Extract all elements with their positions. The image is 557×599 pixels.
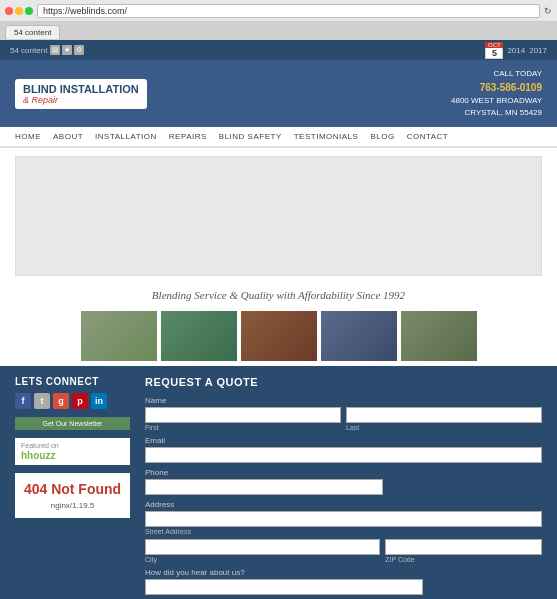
year-display-right: 2017 (529, 46, 547, 55)
email-input[interactable] (145, 447, 542, 463)
top-bar-right: OCT 5 2014 2017 (485, 42, 547, 59)
city-sublabel: City (145, 556, 380, 563)
houzz-featured-label: Featured on (21, 442, 59, 449)
top-bar-left: 54 content ▤ ★ ⚙ (10, 45, 84, 55)
zip-input[interactable] (385, 539, 542, 555)
site-header: BLIND INSTALLATION & Repair CALL TODAY 7… (0, 60, 557, 127)
street-address-sublabel: Street Address (145, 528, 542, 535)
quote-form-title: REQUEST A QUOTE (145, 376, 542, 388)
close-window-btn[interactable] (5, 7, 13, 15)
city-input[interactable] (145, 539, 380, 555)
name-row-inline: First Last (145, 407, 542, 431)
browser-action-icons: ↻ (544, 6, 552, 16)
logo-sub-text: & Repair (23, 95, 139, 105)
top-utility-bar: 54 content ▤ ★ ⚙ OCT 5 2014 2017 (0, 40, 557, 60)
phone-input[interactable] (145, 479, 383, 495)
nav-installation[interactable]: INSTALLATION (95, 132, 157, 141)
calendar-widget: OCT 5 (485, 42, 503, 59)
header-contact: CALL TODAY 763-586-0109 4800 WEST BROADW… (451, 68, 542, 119)
name-label: Name (145, 396, 542, 405)
year-display-left: 2014 (507, 46, 525, 55)
quote-form-column: REQUEST A QUOTE Name First Last Email (145, 376, 542, 599)
last-name-sublabel: Last (346, 424, 542, 431)
phone-number: 763-586-0109 (451, 80, 542, 95)
linkedin-icon[interactable]: in (91, 393, 107, 409)
form-row-address: Address Street Address City ZIP Code (145, 500, 542, 563)
tagline: Blending Service & Quality with Affordab… (0, 284, 557, 306)
facebook-icon[interactable]: f (15, 393, 31, 409)
gallery-thumb-2[interactable] (161, 311, 237, 361)
cal-day: 5 (485, 48, 503, 59)
main-navigation: HOME ABOUT INSTALLATION REPAIRS BLIND SA… (0, 127, 557, 148)
banner-image (15, 156, 542, 276)
houzz-name-text: houzz (27, 450, 55, 461)
header-address: 4800 WEST BROADWAY (451, 95, 542, 107)
maximize-window-btn[interactable] (25, 7, 33, 15)
not-found-label: Not Found (51, 481, 121, 497)
minimize-window-btn[interactable] (15, 7, 23, 15)
logo-main-text: BLIND INSTALLATION (23, 83, 139, 95)
nav-contact[interactable]: CONTACT (407, 132, 449, 141)
pinterest-icon[interactable]: p (72, 393, 88, 409)
nav-repairs[interactable]: REPAIRS (169, 132, 207, 141)
toolbar-icon-2: ★ (62, 45, 72, 55)
form-row-name: Name First Last (145, 396, 542, 431)
not-found-num: 404 (24, 481, 47, 497)
browser-chrome: ↻ (0, 0, 557, 22)
first-name-sublabel: First (145, 424, 341, 431)
how-hear-input[interactable] (145, 579, 423, 595)
nav-blog[interactable]: BLOG (370, 132, 394, 141)
form-row-phone: Phone (145, 468, 542, 495)
top-bar-content-count: 54 content (10, 46, 47, 55)
left-column: LETS CONNECT f t g p in Get Our Newslett… (15, 376, 130, 599)
nav-about[interactable]: ABOUT (53, 132, 83, 141)
how-hear-label: How did you hear about us? (145, 568, 542, 577)
gallery-thumb-1[interactable] (81, 311, 157, 361)
twitter-icon[interactable]: t (34, 393, 50, 409)
zip-sublabel: ZIP Code (385, 556, 542, 563)
form-row-how-hear: How did you hear about us? (145, 568, 542, 595)
toolbar-icon-1: ▤ (50, 45, 60, 55)
gallery-strip (0, 306, 557, 366)
gallery-thumb-4[interactable] (321, 311, 397, 361)
call-label: CALL TODAY (451, 68, 542, 80)
last-name-group: Last (346, 407, 542, 431)
logo-box: BLIND INSTALLATION & Repair (15, 79, 147, 109)
googleplus-icon[interactable]: g (53, 393, 69, 409)
bottom-section: LETS CONNECT f t g p in Get Our Newslett… (0, 366, 557, 599)
address-label: Address (145, 500, 542, 509)
refresh-icon[interactable]: ↻ (544, 6, 552, 16)
toolbar-icon-3: ⚙ (74, 45, 84, 55)
first-name-input[interactable] (145, 407, 341, 423)
street-address-input[interactable] (145, 511, 542, 527)
quote-form: Name First Last Email Phone (145, 396, 542, 599)
form-row-email: Email (145, 436, 542, 463)
email-label: Email (145, 436, 542, 445)
lets-connect-title: LETS CONNECT (15, 376, 130, 387)
not-found-box: 404 Not Found nginx/1.19.5 (15, 473, 130, 518)
last-name-input[interactable] (346, 407, 542, 423)
nav-home[interactable]: HOME (15, 132, 41, 141)
phone-label: Phone (145, 468, 542, 477)
browser-tabs: 54 content (0, 22, 557, 40)
social-icons-row: f t g p in (15, 393, 130, 409)
nav-blind-safety[interactable]: BLIND SAFETY (219, 132, 282, 141)
not-found-header: 404 Not Found (23, 481, 122, 497)
city-zip-labels: City ZIP Code (145, 555, 542, 563)
houzz-badge[interactable]: Featured on hhouzz (15, 438, 130, 465)
houzz-logo: hhouzz (21, 450, 55, 461)
first-name-group: First (145, 407, 341, 431)
active-tab[interactable]: 54 content (5, 25, 60, 39)
header-city: CRYSTAL, MN 55429 (451, 107, 542, 119)
not-found-server-info: nginx/1.19.5 (23, 501, 122, 510)
newsletter-button[interactable]: Get Our Newsletter (15, 417, 130, 430)
browser-window-controls (5, 7, 33, 15)
top-bar-icon-group: ▤ ★ ⚙ (50, 45, 84, 55)
gallery-thumb-5[interactable] (401, 311, 477, 361)
nav-testimonials[interactable]: TESTIMONIALS (294, 132, 359, 141)
gallery-thumb-3[interactable] (241, 311, 317, 361)
city-zip-row (145, 539, 542, 555)
address-bar[interactable] (37, 4, 540, 18)
logo-area: BLIND INSTALLATION & Repair (15, 79, 147, 109)
